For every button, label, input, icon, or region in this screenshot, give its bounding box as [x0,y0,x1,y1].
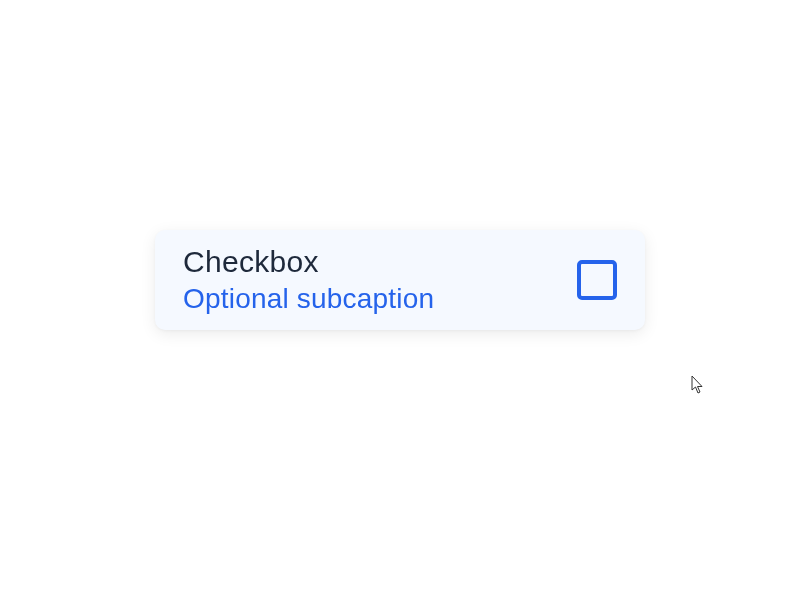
cursor-icon [691,375,705,395]
checkbox-card[interactable]: Checkbox Optional subcaption [155,230,645,330]
checkbox-subcaption: Optional subcaption [183,282,434,316]
checkbox-text-group: Checkbox Optional subcaption [183,244,434,316]
checkbox-title: Checkbox [183,244,434,280]
checkbox-input[interactable] [577,260,617,300]
